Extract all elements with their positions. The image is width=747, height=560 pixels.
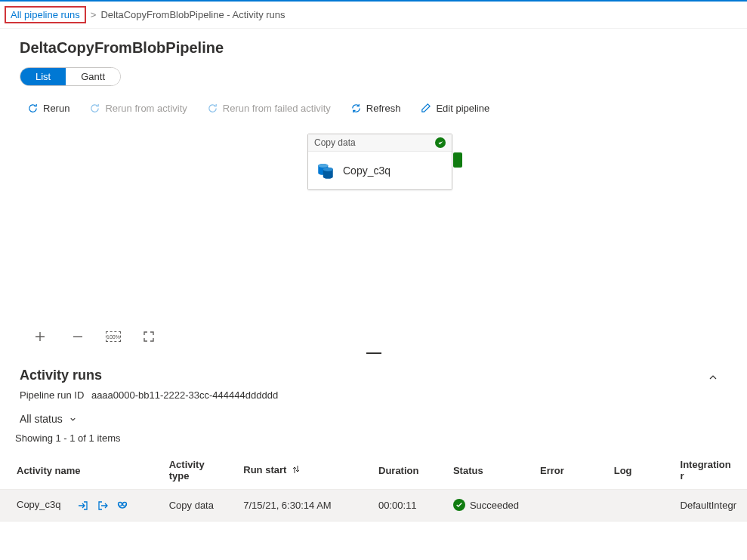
zoom-reset-button[interactable]: 100% bbox=[106, 331, 121, 342]
col-integration[interactable]: Integration r bbox=[670, 451, 747, 490]
chevron-down-icon bbox=[69, 415, 77, 423]
edit-pipeline-button[interactable]: Edit pipeline bbox=[412, 100, 497, 117]
toolbar: Rerun Rerun from activity Rerun from fai… bbox=[0, 95, 747, 126]
view-toggle: List Gantt bbox=[20, 67, 121, 86]
rerun-button[interactable]: Rerun bbox=[20, 100, 77, 117]
zoom-out-button[interactable] bbox=[68, 327, 88, 346]
cell-activity-name: Copy_c3q bbox=[0, 490, 159, 522]
fit-screen-button[interactable] bbox=[139, 327, 159, 346]
output-icon[interactable] bbox=[97, 500, 109, 512]
activity-runs-title: Activity runs bbox=[20, 368, 278, 383]
rerun-icon bbox=[27, 103, 39, 114]
activity-runs-header: Activity runs Pipeline run ID aaaa0000-b… bbox=[0, 352, 747, 410]
table-row[interactable]: Copy_c3q Copy data 7/15/21, 6:30:14 AM 0… bbox=[0, 490, 747, 522]
breadcrumb-separator: > bbox=[91, 9, 97, 20]
success-icon bbox=[435, 137, 446, 148]
col-activity-name[interactable]: Activity name bbox=[0, 451, 159, 490]
cell-status: Succeeded bbox=[443, 490, 529, 522]
rerun-label: Rerun bbox=[43, 103, 69, 114]
svg-point-3 bbox=[323, 168, 333, 171]
rerun-from-failed-label: Rerun from failed activity bbox=[223, 103, 331, 114]
breadcrumb-all-pipeline-runs[interactable]: All pipeline runs bbox=[5, 6, 86, 23]
rerun-from-activity-icon bbox=[89, 103, 100, 114]
edit-pipeline-label: Edit pipeline bbox=[436, 103, 489, 114]
rerun-from-activity-button: Rerun from activity bbox=[82, 100, 194, 117]
activity-runs-table: Activity name Activity type Run start Du… bbox=[0, 451, 747, 522]
col-activity-type[interactable]: Activity type bbox=[159, 451, 233, 490]
pipeline-run-id-line: Pipeline run ID aaaa0000-bb11-2222-33cc-… bbox=[20, 389, 278, 401]
view-list-button[interactable]: List bbox=[20, 68, 66, 85]
col-duration[interactable]: Duration bbox=[368, 451, 443, 490]
chevron-up-icon bbox=[708, 372, 718, 383]
col-run-start-label: Run start bbox=[243, 464, 286, 475]
refresh-icon bbox=[350, 103, 362, 114]
col-run-start[interactable]: Run start bbox=[233, 451, 368, 490]
view-gantt-button[interactable]: Gantt bbox=[66, 68, 120, 85]
rerun-from-failed-button: Rerun from failed activity bbox=[199, 100, 338, 117]
cell-log bbox=[603, 490, 670, 522]
activity-node-type: Copy data bbox=[314, 137, 356, 148]
refresh-label: Refresh bbox=[366, 103, 401, 114]
rerun-from-activity-label: Rerun from activity bbox=[105, 103, 187, 114]
status-success-icon bbox=[453, 499, 465, 511]
status-text: Succeeded bbox=[470, 500, 519, 511]
col-log[interactable]: Log bbox=[603, 451, 670, 490]
activity-node-name: Copy_c3q bbox=[343, 165, 390, 177]
cell-integration: DefaultIntegr bbox=[670, 490, 747, 522]
col-error[interactable]: Error bbox=[529, 451, 603, 490]
activity-node[interactable]: Copy data Copy_c3q bbox=[307, 134, 452, 190]
activity-node-header: Copy data bbox=[308, 134, 452, 152]
breadcrumb: All pipeline runs > DeltaCopyFromBlobPip… bbox=[0, 2, 747, 29]
status-filter-dropdown[interactable]: All status bbox=[0, 410, 747, 432]
collapse-panel-button[interactable] bbox=[699, 368, 727, 389]
col-status[interactable]: Status bbox=[443, 451, 529, 490]
details-icon[interactable] bbox=[116, 500, 128, 512]
showing-count: Showing 1 - 1 of 1 items bbox=[0, 432, 747, 451]
input-icon[interactable] bbox=[77, 500, 89, 512]
edit-icon bbox=[420, 103, 431, 114]
cell-activity-type: Copy data bbox=[159, 490, 233, 522]
database-icon bbox=[316, 161, 335, 180]
status-filter-label: All status bbox=[20, 413, 63, 425]
activity-name-text: Copy_c3q bbox=[17, 499, 61, 510]
panel-resize-handle[interactable] bbox=[366, 351, 381, 354]
cell-duration: 00:00:11 bbox=[368, 490, 443, 522]
canvas-controls: 100% bbox=[30, 327, 159, 346]
refresh-button[interactable]: Refresh bbox=[343, 100, 409, 117]
cell-error bbox=[529, 490, 603, 522]
rerun-from-failed-icon bbox=[207, 103, 218, 114]
breadcrumb-current: DeltaCopyFromBlobPipeline - Activity run… bbox=[100, 9, 285, 20]
activity-node-body: Copy_c3q bbox=[308, 152, 452, 189]
pipeline-run-id-value: aaaa0000-bb11-2222-33cc-444444dddddd bbox=[91, 389, 278, 401]
sort-icon bbox=[292, 465, 300, 476]
node-connector-success bbox=[453, 152, 462, 168]
svg-point-1 bbox=[318, 164, 328, 168]
table-header-row: Activity name Activity type Run start Du… bbox=[0, 451, 747, 490]
page-title: DeltaCopyFromBlobPipeline bbox=[20, 39, 727, 57]
zoom-in-button[interactable] bbox=[30, 327, 50, 346]
canvas-area[interactable]: Copy data Copy_c3q 100% bbox=[0, 126, 747, 352]
pipeline-run-id-label: Pipeline run ID bbox=[20, 389, 84, 401]
header: DeltaCopyFromBlobPipeline List Gantt bbox=[0, 29, 747, 95]
cell-run-start: 7/15/21, 6:30:14 AM bbox=[233, 490, 368, 522]
